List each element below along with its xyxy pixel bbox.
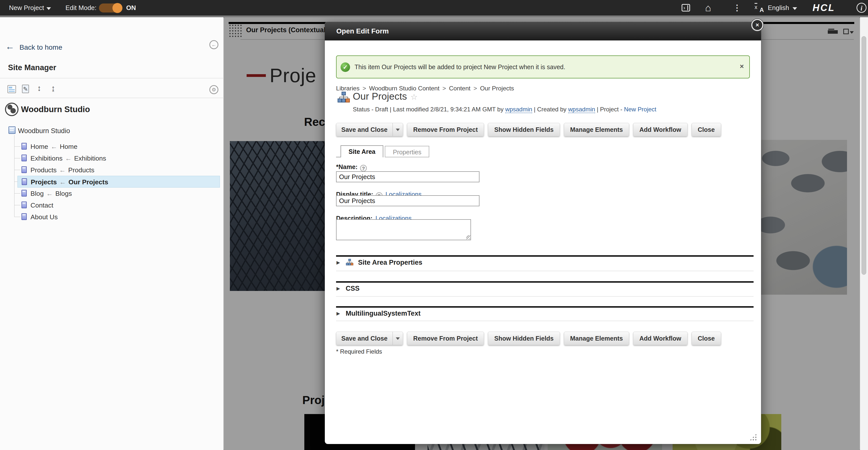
- help-icon[interactable]: ?: [360, 165, 367, 171]
- dialog-header[interactable]: Open Edit Form: [325, 22, 761, 40]
- sidebar-item-home[interactable]: Home←Home: [18, 140, 220, 152]
- mapped-arrow-icon: ←: [57, 178, 69, 186]
- project-caret-icon[interactable]: [46, 6, 51, 11]
- section-multilingual-system-text[interactable]: ▶ MultilingualSystemText: [337, 310, 421, 317]
- item-title-row: Our Projects☆: [353, 91, 417, 102]
- language-selector[interactable]: English: [768, 0, 789, 15]
- collapse-all-icon[interactable]: ↨: [51, 84, 55, 93]
- collapse-panel-icon[interactable]: ←: [209, 40, 218, 49]
- edit-mode-label: Edit Mode:: [65, 0, 96, 15]
- required-fields-note: * Required Fields: [336, 348, 382, 355]
- sidebar-item-products[interactable]: Products←Products: [18, 164, 220, 176]
- status-text: | Project -: [595, 106, 624, 112]
- dialog-resize-grip[interactable]: [750, 433, 756, 441]
- pencil-icon: ✎: [23, 86, 28, 93]
- add-workflow-button[interactable]: Add Workflow: [633, 123, 688, 136]
- site-area-icon: [337, 91, 350, 105]
- tab-properties[interactable]: Properties: [385, 146, 429, 157]
- topbar-bottom-strip: [0, 15, 868, 17]
- name-field-label: *Name:?: [336, 163, 367, 171]
- close-button[interactable]: Close: [691, 123, 721, 136]
- sidebar-item-about-us[interactable]: About Us: [18, 211, 220, 223]
- sidebar-item-exhibitions[interactable]: Exhibitions←Exhibitions: [18, 152, 220, 164]
- show-hidden-fields-button[interactable]: Show Hidden Fields: [488, 332, 560, 345]
- section-collapsed-arrow-icon[interactable]: ▶: [337, 260, 340, 265]
- mapped-arrow-icon: ←: [57, 166, 68, 174]
- form-tabs: Site Area Properties: [336, 145, 429, 157]
- created-by-link[interactable]: wpsadmin: [568, 106, 595, 113]
- edit-page-icon[interactable]: ✎: [22, 85, 29, 93]
- breadcrumb-item[interactable]: Content: [449, 85, 470, 92]
- breadcrumb-item[interactable]: Woodburn Studio Content: [369, 85, 439, 92]
- translate-icon[interactable]: x A: [754, 2, 766, 13]
- save-and-close-button[interactable]: Save and Close: [336, 123, 403, 136]
- page-icon: [22, 213, 27, 220]
- page-scrollbar-thumb[interactable]: [862, 36, 866, 275]
- hcl-logo: HCL: [812, 2, 835, 13]
- section-underline: [336, 271, 753, 271]
- page-scrollbar-track[interactable]: [860, 17, 868, 450]
- section-underline: [336, 321, 753, 321]
- manage-elements-button[interactable]: Manage Elements: [564, 332, 629, 345]
- section-site-area-properties[interactable]: ▶ Site Area Properties: [337, 259, 422, 266]
- back-arrow-icon[interactable]: ←: [5, 41, 14, 52]
- mapped-arrow-icon: [58, 213, 63, 221]
- section-css[interactable]: ▶ CSS: [337, 285, 360, 292]
- back-to-home-link[interactable]: Back to home: [20, 43, 62, 52]
- expand-all-icon[interactable]: ↕: [37, 84, 41, 93]
- more-options-icon[interactable]: ⋮: [733, 2, 741, 13]
- project-link[interactable]: New Project: [624, 106, 656, 112]
- modified-by-link[interactable]: wpsadmin: [505, 106, 532, 113]
- manage-elements-button[interactable]: Manage Elements: [564, 123, 629, 136]
- item-status-line: Status - Draft | Last modified 2/8/21, 9…: [353, 106, 656, 113]
- toolbar-buttons-top: Save and Close Remove From Project Show …: [336, 123, 721, 136]
- library-icon: [8, 126, 16, 134]
- mapped-arrow-icon: ←: [44, 190, 56, 197]
- tree-root-label[interactable]: Woodburn Studio: [18, 127, 70, 135]
- textarea-resize-grip[interactable]: [466, 235, 470, 239]
- new-content-icon[interactable]: [7, 85, 16, 93]
- section-collapsed-arrow-icon[interactable]: ▶: [337, 311, 340, 316]
- alert-dismiss-icon[interactable]: ×: [740, 62, 744, 70]
- settings-gear-icon[interactable]: ⚙: [209, 85, 218, 94]
- remove-from-project-button[interactable]: Remove From Project: [407, 332, 484, 345]
- close-button[interactable]: Close: [691, 332, 721, 345]
- add-workflow-button[interactable]: Add Workflow: [633, 332, 688, 345]
- section-divider: [336, 306, 753, 308]
- mapped-arrow-icon: ←: [48, 143, 60, 150]
- dialog-close-icon[interactable]: ×: [751, 19, 763, 31]
- site-title: Woodburn Studio: [21, 105, 90, 114]
- breadcrumb-item[interactable]: Our Projects: [480, 85, 514, 92]
- project-selector[interactable]: New Project: [9, 0, 44, 15]
- remove-from-project-button[interactable]: Remove From Project: [407, 123, 484, 136]
- language-caret-icon[interactable]: [793, 6, 797, 11]
- show-hidden-fields-button[interactable]: Show Hidden Fields: [488, 123, 560, 136]
- description-textarea[interactable]: [336, 219, 471, 240]
- tab-baseline: [336, 157, 341, 157]
- mapped-arrow-icon: [53, 201, 58, 209]
- breadcrumb-item[interactable]: Libraries: [336, 85, 360, 92]
- favorite-star-icon[interactable]: ☆: [410, 92, 418, 101]
- site-manager-sidebar: ← Back to home ← Site Manager ✎ ↕ ↨ ⚙ Wo…: [0, 17, 224, 450]
- name-input[interactable]: [336, 171, 479, 182]
- home-icon[interactable]: ⌂: [705, 2, 711, 13]
- info-icon[interactable]: i: [857, 3, 867, 13]
- applications-icon[interactable]: ›: [682, 4, 690, 11]
- sidebar-item-projects[interactable]: Projects←Our Projects: [18, 176, 220, 188]
- edit-mode-state: ON: [126, 0, 136, 15]
- sidebar-item-blog[interactable]: Blog←Blogs: [18, 188, 220, 199]
- tree-connector: [14, 135, 14, 217]
- success-check-icon: ✓: [341, 62, 350, 72]
- save-and-close-button[interactable]: Save and Close: [336, 332, 403, 345]
- mapped-arrow-icon: ←: [62, 155, 74, 162]
- globe-icon: [5, 103, 19, 116]
- edit-mode-toggle[interactable]: [99, 3, 122, 12]
- display-title-input[interactable]: [336, 195, 479, 206]
- sidebar-item-contact[interactable]: Contact: [18, 199, 220, 211]
- tab-site-area[interactable]: Site Area: [341, 145, 383, 157]
- save-options-caret-icon[interactable]: [393, 332, 403, 345]
- save-and-close-label: Save and Close: [336, 123, 393, 136]
- top-bar: New Project Edit Mode: ON › ⌂ ⋮ x A Engl…: [0, 0, 868, 15]
- save-options-caret-icon[interactable]: [393, 123, 403, 136]
- section-collapsed-arrow-icon[interactable]: ▶: [337, 286, 340, 291]
